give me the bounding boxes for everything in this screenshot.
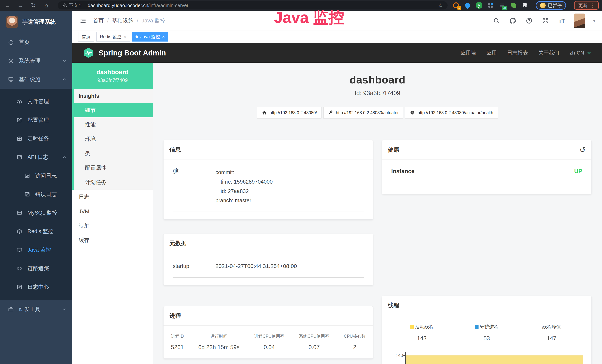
sba-item-details[interactable]: 细节	[74, 103, 153, 117]
sba-nav-journal[interactable]: 日志报表	[507, 49, 528, 56]
tab-home[interactable]: 首页	[78, 32, 94, 42]
extension-green-y-icon[interactable]: y	[475, 2, 483, 9]
sidebar-item-error-log[interactable]: 错误日志	[0, 185, 72, 203]
tab-close-icon[interactable]: ×	[162, 34, 165, 39]
security-warning-icon	[62, 3, 67, 8]
sidebar-item-java-monitor[interactable]: Java 监控	[0, 241, 72, 259]
sba-header: Spring Boot Admin 应用墙 应用 日志报表 关于我们 zh-CN	[72, 43, 602, 63]
sba-group-label: Insights	[74, 89, 153, 103]
bookmark-star-icon[interactable]: ☆	[438, 2, 443, 9]
sidebar-item-dev-tools[interactable]: 研发工具	[0, 300, 72, 319]
font-size-icon[interactable]: ᴛT	[558, 17, 566, 25]
row-divider	[173, 278, 364, 278]
extension-grid-icon[interactable]	[487, 2, 494, 9]
app-sidebar: 芋道管理系统 首页 系统管理 基础设施	[0, 11, 72, 364]
extensions-puzzle-icon[interactable]	[521, 2, 529, 9]
browser-update-button[interactable]: 更新 ⋮	[574, 1, 599, 10]
instance-title: dashboard	[163, 74, 592, 86]
sba-item-label: 配置属性	[85, 164, 107, 172]
security-warning[interactable]: 不安全	[62, 2, 82, 8]
sba-item-logs[interactable]: 日志	[72, 190, 153, 204]
sba-item-jvm[interactable]: JVM	[72, 204, 153, 219]
sidebar-item-label: 错误日志	[35, 191, 57, 198]
sidebar-item-mysql-monitor[interactable]: MySQL 监控	[0, 203, 72, 222]
log-icon	[16, 154, 23, 160]
sidebar-item-scheduled-jobs[interactable]: 定时任务	[0, 129, 72, 148]
sba-locale-select[interactable]: zh-CN	[570, 50, 592, 56]
extension-icons: 1 y on 已暂停	[452, 1, 599, 10]
url-text[interactable]: dashboard.yudao.iocoder.cn/infra/admin-s…	[88, 3, 188, 8]
sba-brand[interactable]: Spring Boot Admin	[83, 47, 166, 59]
sba-item-config-props[interactable]: 配置属性	[74, 161, 153, 175]
sidebar-item-infra[interactable]: 基础设施	[0, 70, 72, 89]
back-icon[interactable]: ←	[3, 1, 11, 10]
sidebar-item-log-center[interactable]: 日志中心	[0, 278, 72, 296]
column-header: 运行时间	[198, 333, 239, 339]
browser-menu-icon[interactable]: ⋮	[590, 2, 595, 9]
legend-yellow-swatch	[410, 325, 414, 329]
breadcrumb-separator: /	[107, 18, 109, 24]
threads-legend: 活动线程 143 守护进程	[389, 324, 584, 342]
help-icon[interactable]	[525, 17, 533, 25]
url-host: dashboard.yudao.iocoder.cn	[88, 3, 148, 8]
annotation-java-monitor: Java 监控	[274, 7, 344, 28]
breadcrumb-infra[interactable]: 基础设施	[112, 17, 133, 24]
user-avatar-image[interactable]	[574, 13, 585, 28]
sidebar-item-config-manage[interactable]: 配置管理	[0, 111, 72, 129]
sba-item-metrics[interactable]: 性能	[74, 117, 153, 132]
sidebar-item-home[interactable]: 首页	[0, 33, 72, 52]
sidebar-item-file-manage[interactable]: 文件管理	[0, 92, 72, 111]
sba-app-block[interactable]: dashboard 93a3fc7f7409	[72, 63, 153, 89]
sba-item-classes[interactable]: 类	[74, 146, 153, 161]
paused-profile-pill[interactable]: 已暂停	[536, 1, 566, 10]
breadcrumb-separator: /	[137, 18, 138, 24]
health-url-link[interactable]: http://192.168.0.2:48080/actuator/health	[405, 107, 498, 118]
address-bar[interactable]: 不安全 dashboard.yudao.iocoder.cn/infra/adm…	[58, 1, 448, 10]
cpu-cores: CPU核心数 2	[344, 333, 366, 351]
sidebar-item-label: 定时任务	[27, 135, 49, 142]
actuator-url-link[interactable]: http://192.168.0.2:48080/actuator	[323, 107, 403, 118]
sba-nav-about[interactable]: 关于我们	[538, 49, 559, 56]
sba-item-environment[interactable]: 环境	[74, 132, 153, 146]
tab-java-monitor[interactable]: Java 监控 ×	[132, 32, 168, 42]
home-icon[interactable]: ⌂	[42, 1, 50, 10]
tab-redis-monitor[interactable]: Redis 监控 ×	[97, 32, 130, 42]
fullscreen-icon[interactable]	[541, 17, 550, 25]
chevron-down-icon	[62, 58, 67, 63]
sidebar-item-label: 日志中心	[27, 283, 49, 291]
sba-item-caches[interactable]: 缓存	[72, 233, 153, 247]
sba-item-label: 类	[85, 150, 90, 157]
sba-item-scheduled-tasks[interactable]: 计划任务	[74, 175, 153, 190]
extension-orange-icon[interactable]: 1	[452, 2, 460, 9]
breadcrumb-home[interactable]: 首页	[93, 17, 104, 24]
sidebar-item-api-log[interactable]: API 日志	[0, 148, 72, 167]
github-icon[interactable]	[509, 17, 517, 25]
sidebar-item-label: MySQL 监控	[27, 209, 57, 217]
sidebar-collapse-icon[interactable]	[79, 17, 87, 25]
link-label: http://192.168.0.2:48080/	[269, 110, 317, 115]
git-id-line: id: 27aa832	[215, 187, 273, 196]
extension-pin-icon[interactable]	[464, 2, 471, 9]
sidebar-item-system[interactable]: 系统管理	[0, 52, 72, 70]
sba-item-mappings[interactable]: 映射	[72, 219, 153, 233]
sidebar-item-redis-monitor[interactable]: Redis 监控	[0, 222, 72, 241]
sidebar-item-access-log[interactable]: 访问日志	[0, 167, 72, 185]
extension-leaf-icon[interactable]	[510, 2, 517, 9]
forward-icon[interactable]: →	[16, 1, 24, 10]
reload-icon[interactable]: ↻	[29, 1, 37, 10]
sba-nav-applications[interactable]: 应用	[486, 49, 497, 56]
sidebar-item-tracing[interactable]: 链路追踪	[0, 259, 72, 278]
service-url-link[interactable]: http://192.168.0.2:48080/	[257, 107, 322, 118]
threads-card: 线程 活动线程 143	[382, 296, 592, 364]
sidebar-item-label: API 日志	[27, 153, 48, 161]
update-label: 更新	[578, 2, 588, 9]
extension-on-icon[interactable]: on	[498, 2, 506, 9]
sba-nav-wall[interactable]: 应用墙	[461, 49, 476, 56]
avatar-caret-icon[interactable]: ▾	[593, 18, 595, 23]
history-icon[interactable]: ↺	[580, 146, 585, 154]
tab-close-icon[interactable]: ×	[124, 34, 126, 39]
app-logo-row[interactable]: 芋道管理系统	[0, 11, 72, 33]
database-monitor-icon	[16, 210, 23, 216]
metadata-card: 元数据 startup 2021-04-27T00:44:31.254+08:0…	[163, 234, 373, 285]
search-icon[interactable]	[492, 17, 501, 25]
